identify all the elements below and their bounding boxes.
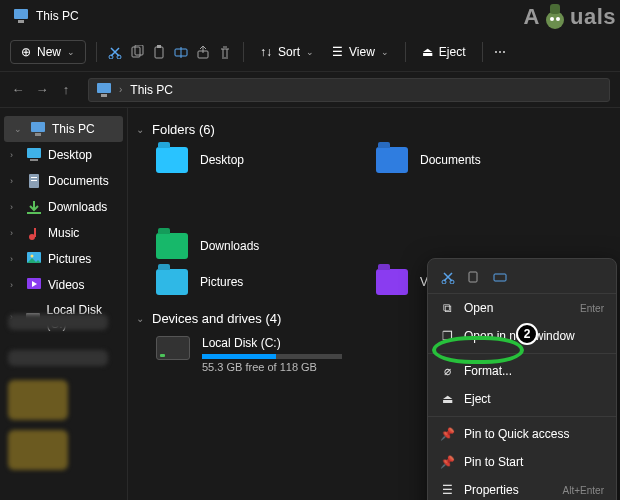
- drive-usage-bar: [202, 354, 342, 359]
- separator: [482, 42, 483, 62]
- sidebar-item-label: Music: [48, 226, 79, 240]
- sidebar-item-pictures[interactable]: ›Pictures: [0, 246, 127, 272]
- svg-rect-10: [155, 47, 163, 58]
- folder-icon: [156, 233, 188, 259]
- separator: [428, 353, 616, 354]
- cut-button[interactable]: [440, 269, 456, 285]
- documents-icon: [26, 173, 42, 189]
- open-icon: ⧉: [440, 301, 454, 315]
- cut-button[interactable]: [107, 44, 123, 60]
- folder-documents[interactable]: Documents: [376, 147, 536, 173]
- blurred-area: [8, 430, 68, 470]
- drive-name: Local Disk (C:): [202, 336, 342, 350]
- blurred-area: [8, 314, 108, 330]
- blurred-area: [8, 350, 108, 366]
- chevron-down-icon: ⌄: [136, 313, 144, 324]
- rename-button[interactable]: [173, 44, 189, 60]
- view-button[interactable]: ☰ View ⌄: [326, 41, 395, 63]
- sidebar-item-label: This PC: [52, 122, 95, 136]
- svg-point-2: [550, 17, 554, 21]
- ctx-pin-to-quick-access[interactable]: 📌Pin to Quick access: [428, 420, 616, 448]
- svg-rect-17: [31, 122, 45, 132]
- annotation-step-2: 2: [516, 323, 538, 345]
- ctx-item-label: Eject: [464, 392, 491, 406]
- paste-button[interactable]: [151, 44, 167, 60]
- pc-icon: [14, 9, 28, 23]
- sidebar-item-downloads[interactable]: ›Downloads: [0, 194, 127, 220]
- svg-rect-11: [157, 45, 161, 48]
- sort-button[interactable]: ↑↓ Sort ⌄: [254, 41, 320, 63]
- sidebar-item-desktop[interactable]: ›Desktop: [0, 142, 127, 168]
- context-menu-quick-actions: [428, 263, 616, 294]
- downloads-icon: [26, 199, 42, 215]
- svg-point-3: [556, 17, 560, 21]
- share-button[interactable]: [195, 44, 211, 60]
- sidebar-item-documents[interactable]: ›Documents: [0, 168, 127, 194]
- sidebar-item-label: Documents: [48, 174, 109, 188]
- folder-desktop[interactable]: Desktop: [156, 147, 316, 173]
- videos-icon: [26, 277, 42, 293]
- sidebar-item-this-pc[interactable]: ⌄This PC: [4, 116, 123, 142]
- svg-rect-23: [31, 180, 37, 181]
- svg-rect-34: [469, 272, 477, 282]
- folder-icon: [376, 147, 408, 173]
- svg-rect-18: [35, 133, 41, 136]
- window-title: This PC: [36, 9, 79, 23]
- ctx-eject[interactable]: ⏏Eject: [428, 385, 616, 413]
- svg-rect-1: [550, 4, 560, 14]
- delete-button[interactable]: [217, 44, 233, 60]
- ctx-open[interactable]: ⧉OpenEnter: [428, 294, 616, 322]
- svg-rect-15: [97, 83, 111, 93]
- sidebar-item-music[interactable]: ›Music: [0, 220, 127, 246]
- address-bar[interactable]: › This PC: [88, 78, 610, 102]
- separator: [405, 42, 406, 62]
- back-button[interactable]: ←: [10, 82, 26, 97]
- folder-label: Pictures: [200, 275, 243, 289]
- shortcut-text: Alt+Enter: [563, 485, 604, 496]
- up-button[interactable]: ↑: [58, 82, 74, 97]
- eject-button[interactable]: ⏏ Eject: [416, 41, 472, 63]
- folder-pictures[interactable]: Pictures: [156, 269, 316, 295]
- new-button[interactable]: ⊕ New ⌄: [10, 40, 86, 64]
- svg-rect-4: [14, 9, 28, 19]
- copy-button[interactable]: [466, 269, 482, 285]
- folder-icon: [376, 269, 408, 295]
- forward-button[interactable]: →: [34, 82, 50, 97]
- folder-icon: [156, 147, 188, 173]
- folders-section-header[interactable]: ⌄ Folders (6): [132, 116, 620, 143]
- rename-button[interactable]: [492, 269, 508, 285]
- toolbar: ⊕ New ⌄ ↑↓ Sort ⌄ ☰ View ⌄ ⏏ Eject ⋯: [0, 32, 620, 72]
- copy-button[interactable]: [129, 44, 145, 60]
- ctx-pin-to-start[interactable]: 📌Pin to Start: [428, 448, 616, 476]
- ctx-properties[interactable]: ☰PropertiesAlt+Enter: [428, 476, 616, 500]
- svg-rect-20: [30, 159, 38, 161]
- chevron-down-icon: ⌄: [381, 47, 389, 57]
- chevron-icon: ›: [10, 176, 20, 186]
- pc-icon: [30, 121, 46, 137]
- chevron-down-icon: ⌄: [306, 47, 314, 57]
- pin-icon: 📌: [440, 455, 454, 469]
- new-window-icon: ❐: [440, 329, 454, 343]
- eject-icon: ⏏: [422, 45, 433, 59]
- sidebar-item-videos[interactable]: ›Videos: [0, 272, 127, 298]
- folder-downloads[interactable]: Downloads: [156, 233, 316, 259]
- svg-rect-5: [18, 20, 24, 23]
- svg-rect-22: [31, 177, 37, 178]
- svg-rect-19: [27, 148, 41, 158]
- music-icon: [26, 225, 42, 241]
- chevron-icon: ⌄: [14, 124, 24, 134]
- pictures-icon: [26, 251, 42, 267]
- chevron-right-icon: ›: [119, 84, 122, 95]
- folder-label: Documents: [420, 153, 481, 167]
- disk-icon: [156, 336, 190, 360]
- ctx-item-label: Format...: [464, 364, 512, 378]
- view-icon: ☰: [332, 45, 343, 59]
- format-icon: ⌀: [440, 364, 454, 378]
- more-button[interactable]: ⋯: [493, 44, 509, 60]
- chevron-down-icon: ⌄: [67, 47, 75, 57]
- watermark-logo-icon: [538, 0, 572, 34]
- blurred-area: [8, 380, 68, 420]
- ctx-format-[interactable]: ⌀Format...: [428, 357, 616, 385]
- chevron-icon: ›: [10, 228, 20, 238]
- plus-icon: ⊕: [21, 45, 31, 59]
